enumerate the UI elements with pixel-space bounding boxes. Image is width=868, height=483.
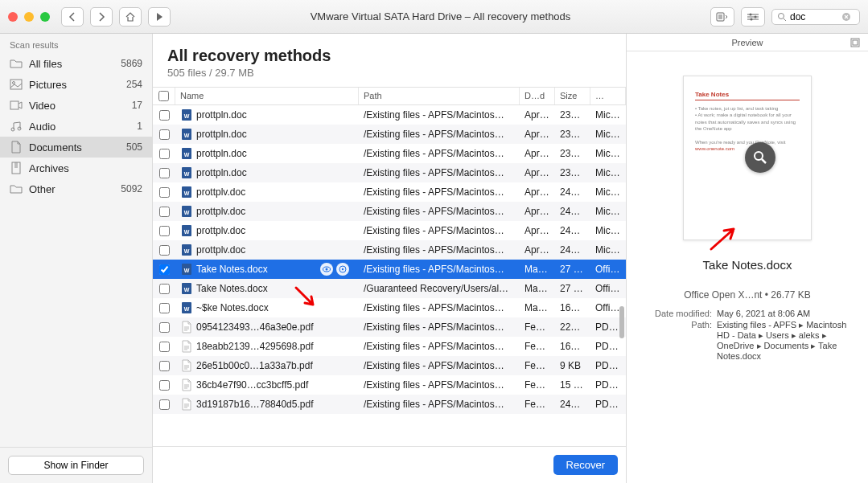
column-name[interactable]: Name	[175, 88, 359, 104]
doc-file-icon: W	[180, 205, 193, 218]
file-date: Apr…	[520, 109, 555, 121]
sidebar-item-count: 505	[126, 141, 142, 153]
file-kind: Offi…	[590, 283, 626, 294]
table-row[interactable]: W prottpln.doc /Existing files - APFS/Ma…	[153, 163, 626, 182]
home-button[interactable]	[119, 7, 142, 27]
file-date: Feb…	[520, 360, 555, 371]
row-checkbox[interactable]	[159, 342, 170, 352]
sidebar-item-count: 5092	[121, 183, 142, 194]
preview-row-icon[interactable]	[320, 263, 333, 276]
file-date: Apr…	[520, 148, 555, 159]
row-checkbox[interactable]	[159, 129, 170, 140]
row-checkbox[interactable]	[159, 149, 170, 159]
file-date: Apr…	[520, 206, 555, 217]
row-checkbox[interactable]	[159, 168, 170, 178]
file-path: /Existing files - APFS/Macintos…	[359, 360, 520, 371]
row-checkbox[interactable]	[159, 264, 170, 275]
sidebar-item-pictures[interactable]: Pictures 254	[0, 74, 152, 95]
scrollbar-thumb[interactable]	[619, 306, 624, 338]
column-path[interactable]: Path	[359, 88, 520, 104]
table-row[interactable]: W prottplv.doc /Existing files - APFS/Ma…	[153, 221, 626, 240]
path-label: Path:	[640, 320, 712, 330]
row-checkbox[interactable]	[159, 322, 170, 333]
sidebar-item-archives[interactable]: Archives	[0, 158, 152, 178]
svg-text:W: W	[184, 287, 190, 293]
table-row[interactable]: 3d19187b16…78840d5.pdf /Existing files -…	[153, 395, 626, 414]
table-row[interactable]: W prottpln.doc /Existing files - APFS/Ma…	[153, 125, 626, 144]
file-path: /Existing files - APFS/Macintos…	[359, 244, 520, 256]
row-checkbox[interactable]	[159, 380, 170, 391]
row-checkbox[interactable]	[159, 110, 170, 121]
expand-preview-icon[interactable]	[850, 38, 860, 47]
file-kind: Mic…	[590, 225, 626, 236]
svg-point-7	[13, 82, 15, 84]
file-kind: Mic…	[590, 148, 626, 159]
table-row[interactable]: W ~$ke Notes.docx /Existing files - APFS…	[153, 298, 626, 317]
close-window-button[interactable]	[8, 12, 18, 22]
file-size: 241…	[555, 399, 590, 410]
table-body[interactable]: W prottpln.doc /Existing files - APFS/Ma…	[153, 105, 626, 446]
file-name: 18eabb2139…4295698.pdf	[196, 341, 313, 352]
table-row[interactable]: W Take Notes.docx /Guaranteed Recovery/U…	[153, 279, 626, 298]
row-checkbox[interactable]	[159, 361, 170, 371]
forward-button[interactable]	[90, 7, 113, 27]
settings-button[interactable]	[741, 7, 765, 27]
minimize-window-button[interactable]	[24, 12, 34, 22]
file-name: 26e51b00c0…1a33a7b.pdf	[196, 360, 313, 371]
row-checkbox[interactable]	[159, 226, 170, 236]
recover-button[interactable]: Recover	[553, 455, 618, 475]
row-checkbox[interactable]	[159, 207, 170, 217]
sidebar-item-audio[interactable]: Audio 1	[0, 116, 152, 137]
doc-file-icon: W	[180, 244, 193, 256]
select-all-checkbox[interactable]	[158, 91, 169, 101]
view-mode-button[interactable]	[710, 7, 734, 27]
file-kind: PDF…	[590, 399, 626, 410]
column-date[interactable]: D…d	[520, 88, 555, 104]
search-box[interactable]	[771, 9, 860, 25]
file-kind: PDF…	[590, 360, 626, 371]
row-checkbox[interactable]	[159, 187, 170, 198]
row-checkbox[interactable]	[159, 399, 170, 410]
preview-thumbnail[interactable]: Take Notes • Take notes, jot up list, an…	[683, 76, 812, 240]
svg-text:W: W	[184, 133, 190, 138]
preview-filetype: Office Open X…nt • 26.77 KB	[684, 289, 810, 301]
file-path: /Existing files - APFS/Macintos…	[359, 186, 520, 198]
sidebar-item-video[interactable]: Video 17	[0, 95, 152, 116]
play-button[interactable]	[148, 7, 171, 27]
file-size: 23…	[555, 167, 590, 178]
maximize-window-button[interactable]	[40, 12, 50, 22]
sidebar-item-other[interactable]: Other 5092	[0, 178, 152, 199]
column-kind[interactable]: …	[590, 88, 626, 104]
table-row[interactable]: W prottplv.doc /Existing files - APFS/Ma…	[153, 202, 626, 221]
show-in-finder-button[interactable]: Show in Finder	[8, 456, 144, 475]
table-row[interactable]: W prottpln.doc /Existing files - APFS/Ma…	[153, 105, 626, 125]
column-size[interactable]: Size	[555, 88, 590, 104]
search-input[interactable]	[790, 11, 838, 23]
file-size: 15 KB	[555, 379, 590, 391]
clear-search-icon[interactable]	[841, 12, 851, 22]
table-row[interactable]: W prottpln.doc /Existing files - APFS/Ma…	[153, 144, 626, 163]
svg-rect-39	[853, 40, 858, 45]
table-row[interactable]: 0954123493…46a3e0e.pdf /Existing files -…	[153, 317, 626, 337]
table-row[interactable]: 18eabb2139…4295698.pdf /Existing files -…	[153, 337, 626, 356]
table-row[interactable]: W prottplv.doc /Existing files - APFS/Ma…	[153, 182, 626, 202]
sidebar-item-all-files[interactable]: All files 5869	[0, 53, 152, 74]
music-icon	[10, 120, 23, 133]
row-checkbox[interactable]	[159, 303, 170, 313]
table-row[interactable]: 26e51b00c0…1a33a7b.pdf /Existing files -…	[153, 356, 626, 375]
file-size: 27 KB	[555, 264, 590, 275]
table-row[interactable]: 36cb4e7f90…cc3bcff5.pdf /Existing files …	[153, 375, 626, 395]
row-checkbox[interactable]	[159, 245, 170, 256]
back-button[interactable]	[61, 7, 84, 27]
mount-row-icon[interactable]	[336, 263, 349, 276]
file-date: Feb…	[520, 379, 555, 391]
svg-point-4	[779, 13, 784, 18]
file-date: May…	[520, 302, 555, 313]
file-kind: Mic…	[590, 244, 626, 256]
sidebar-item-documents[interactable]: Documents 505	[0, 137, 152, 158]
table-row[interactable]: W Take Notes.docx /Existing files - APFS…	[153, 260, 626, 279]
row-checkbox[interactable]	[159, 284, 170, 294]
table-row[interactable]: W prottplv.doc /Existing files - APFS/Ma…	[153, 240, 626, 260]
file-path: /Existing files - APFS/Macintos…	[359, 302, 520, 313]
preview-zoom-icon[interactable]	[745, 142, 775, 173]
